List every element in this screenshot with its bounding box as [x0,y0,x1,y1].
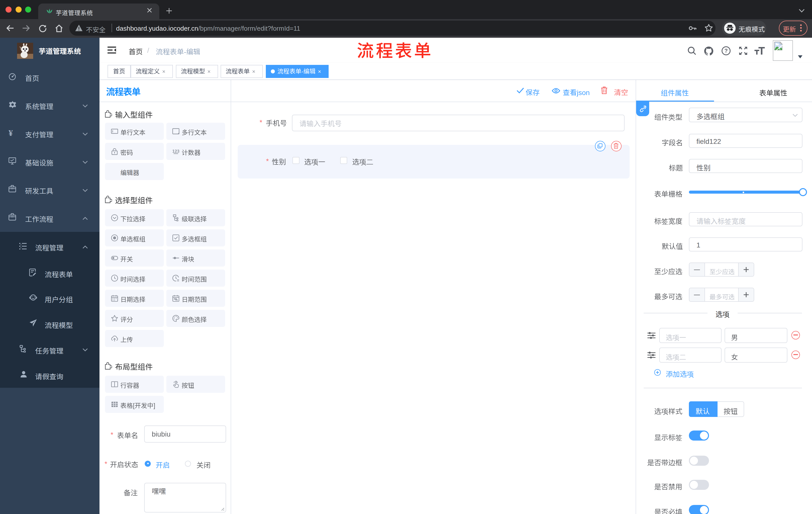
svg-text:123: 123 [172,149,179,154]
svg-text:?: ? [724,48,728,54]
